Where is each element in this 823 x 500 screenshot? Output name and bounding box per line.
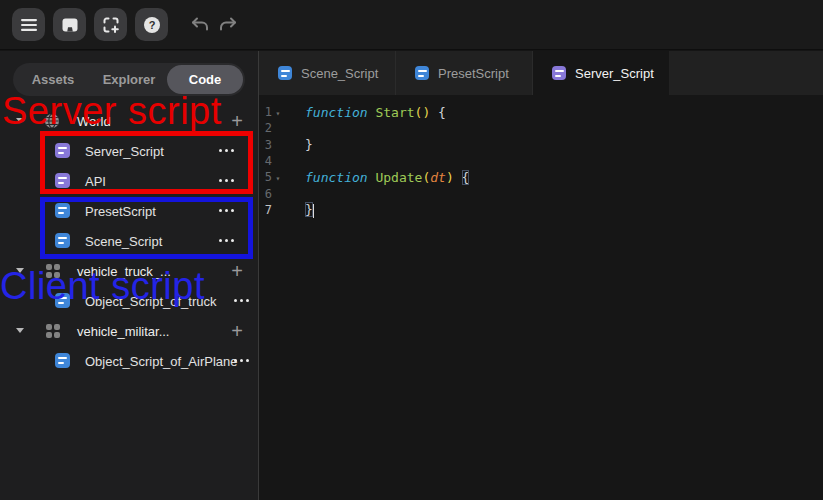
tree-item-label: Scene_Script <box>85 234 162 249</box>
script-icon <box>55 203 70 218</box>
undo-icon <box>190 16 210 34</box>
menu-button[interactable] <box>12 8 45 41</box>
script-icon <box>55 353 70 368</box>
line-number: 2 <box>263 121 272 135</box>
tree-row[interactable]: Object_Script_of_truck <box>0 286 258 316</box>
asset-grid-icon <box>46 264 60 278</box>
code-line[interactable]: 6 <box>259 185 823 201</box>
line-number: 6 <box>263 187 272 201</box>
tree-item-label: Server_Script <box>85 144 164 159</box>
code-text: function Update(dt) { <box>305 170 469 185</box>
code-line[interactable]: 5▾function Update(dt) { <box>259 169 823 185</box>
panel-tab-switcher: Assets Explorer Code <box>13 63 245 96</box>
editor-tab-label: Scene_Script <box>301 66 378 81</box>
tree-row[interactable]: Server_Script <box>0 136 258 166</box>
tree-row[interactable]: PresetScript <box>0 196 258 226</box>
editor-tab-server-script[interactable]: Server_Script <box>533 51 670 95</box>
tree-item-label: Object_Script_of_truck <box>85 294 217 309</box>
add-icon[interactable]: + <box>231 319 243 343</box>
display-button[interactable] <box>53 8 86 41</box>
panel-divider[interactable] <box>258 51 259 500</box>
tree-item-label: PresetScript <box>85 204 156 219</box>
text-cursor <box>313 204 315 218</box>
script-icon <box>55 293 70 308</box>
code-text: function Start() { <box>305 105 446 120</box>
fold-icon <box>272 144 284 146</box>
tab-code[interactable]: Code <box>167 65 243 94</box>
item-menu-icon[interactable] <box>219 179 234 182</box>
code-line[interactable]: 4 <box>259 153 823 169</box>
tab-assets[interactable]: Assets <box>15 65 91 94</box>
redo-icon <box>218 16 238 34</box>
fold-icon[interactable]: ▾ <box>272 107 284 118</box>
help-icon: ? <box>142 15 162 35</box>
code-area[interactable]: 1▾function Start() {23}45▾function Updat… <box>259 95 823 218</box>
line-number: 5 <box>263 170 272 184</box>
tree-row[interactable]: Scene_Script <box>0 226 258 256</box>
menu-icon <box>20 18 38 32</box>
item-menu-icon[interactable] <box>234 359 249 362</box>
line-number: 4 <box>263 154 272 168</box>
tree-row[interactable]: Object_Script_of_AirPlane <box>0 346 258 376</box>
line-number: 1 <box>263 105 272 119</box>
tree-row[interactable]: vehicle_truck_...+ <box>0 256 258 286</box>
undo-button[interactable] <box>190 15 210 35</box>
editor-tab-label: PresetScript <box>438 66 509 81</box>
code-line[interactable]: 2 <box>259 120 823 136</box>
capture-button[interactable] <box>94 8 127 41</box>
tree-row[interactable]: API <box>0 166 258 196</box>
line-number: 3 <box>263 138 272 152</box>
item-menu-icon[interactable] <box>234 299 249 302</box>
editor-tab-preset-script[interactable]: PresetScript <box>396 51 533 95</box>
script-icon <box>415 66 429 80</box>
add-icon[interactable]: + <box>231 259 243 283</box>
asset-grid-icon <box>46 324 60 338</box>
tree-row[interactable]: vehicle_militar...+ <box>0 316 258 346</box>
tree-item-label: API <box>85 174 106 189</box>
svg-text:?: ? <box>148 19 155 31</box>
code-line[interactable]: 1▾function Start() { <box>259 104 823 120</box>
tree-row[interactable]: World+ <box>0 106 258 136</box>
fold-icon[interactable]: ▾ <box>272 172 284 183</box>
item-menu-icon[interactable] <box>219 239 234 242</box>
editor-tab-scene-script[interactable]: Scene_Script <box>259 51 396 95</box>
script-icon <box>552 66 566 80</box>
item-menu-icon[interactable] <box>219 149 234 152</box>
redo-button[interactable] <box>218 15 238 35</box>
fold-icon <box>272 160 284 162</box>
display-icon <box>60 15 80 35</box>
item-menu-icon[interactable] <box>219 209 234 212</box>
fold-icon <box>272 193 284 195</box>
capture-add-icon <box>101 15 121 35</box>
editor-tab-bar: Scene_Script PresetScript Server_Script <box>259 51 823 95</box>
script-icon <box>278 66 292 80</box>
fold-icon <box>272 127 284 129</box>
globe-icon <box>44 113 60 129</box>
left-panel: Assets Explorer Code World+Server_Script… <box>0 51 258 500</box>
script-icon <box>55 233 70 248</box>
code-line[interactable]: 3} <box>259 137 823 153</box>
fold-icon <box>272 209 284 211</box>
top-toolbar: ? <box>0 0 823 50</box>
tab-explorer[interactable]: Explorer <box>91 65 167 94</box>
script-icon <box>55 173 70 188</box>
code-text: } <box>305 137 313 152</box>
tree-item-label: World <box>77 114 111 129</box>
caret-down-icon[interactable] <box>16 328 24 333</box>
add-icon[interactable]: + <box>231 109 243 133</box>
line-number: 7 <box>263 203 272 217</box>
caret-down-icon[interactable] <box>16 118 24 123</box>
script-icon <box>55 143 70 158</box>
tree-item-label: vehicle_truck_... <box>77 264 171 279</box>
tree-item-label: Object_Script_of_AirPlane <box>85 354 237 369</box>
tree-item-label: vehicle_militar... <box>77 324 169 339</box>
code-text: } <box>305 202 314 218</box>
code-line[interactable]: 7} <box>259 202 823 218</box>
help-button[interactable]: ? <box>135 8 168 41</box>
caret-down-icon[interactable] <box>16 268 24 273</box>
code-editor-panel: Scene_Script PresetScript Server_Script … <box>259 51 823 500</box>
asset-tree: World+Server_ScriptAPIPresetScriptScene_… <box>0 106 258 376</box>
editor-tab-label: Server_Script <box>575 66 654 81</box>
